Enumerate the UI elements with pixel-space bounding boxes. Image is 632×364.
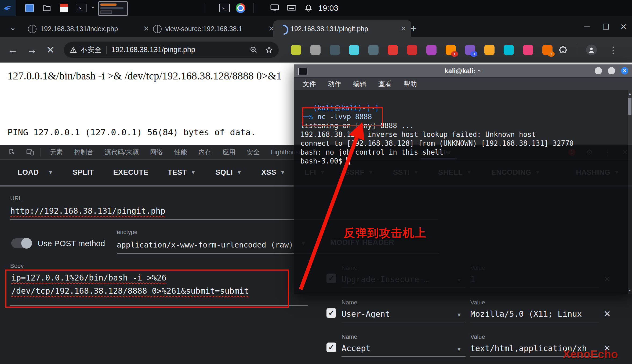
- taskbar-terminal-button[interactable]: >_: [75, 2, 88, 14]
- browser-menu-icon[interactable]: ⋮: [609, 45, 618, 55]
- tab-close-icon[interactable]: ✕: [400, 24, 406, 33]
- back-button[interactable]: ←: [8, 44, 18, 56]
- tab-search-chevron-icon[interactable]: ⌄: [7, 21, 19, 33]
- chrome-shortcut[interactable]: [234, 2, 247, 14]
- extension-icon[interactable]: [407, 45, 417, 55]
- notification-bell-icon[interactable]: [304, 4, 313, 13]
- extension-icon[interactable]: [349, 45, 359, 55]
- header-name-field[interactable]: User-Agent: [342, 309, 466, 322]
- url-text[interactable]: 192.168.38.131/pingit.php: [111, 46, 195, 54]
- extension-icon[interactable]: [368, 45, 379, 55]
- terminal-shortcut[interactable]: >_: [218, 2, 231, 14]
- extension-icon[interactable]: [426, 45, 437, 55]
- inspect-element-icon[interactable]: [7, 148, 18, 156]
- extension-icon[interactable]: [523, 45, 533, 55]
- tab-title: 192.168.38.131/pingit.php: [290, 25, 397, 33]
- terminal-menu-edit[interactable]: 编辑: [353, 79, 366, 88]
- warning-triangle-icon: [69, 46, 77, 54]
- caret-down-icon[interactable]: ▼: [456, 312, 462, 318]
- devtools-tab-memory[interactable]: 内存: [193, 145, 217, 159]
- terminal-maximize-button[interactable]: [608, 67, 615, 74]
- terminal-app-icon: [298, 68, 307, 75]
- devtools-tab-security[interactable]: 安全: [241, 145, 265, 159]
- hackbar-menu-load[interactable]: LOAD: [18, 168, 39, 177]
- kali-menu-button[interactable]: [0, 0, 16, 16]
- scrollbar-thumb[interactable]: [628, 98, 631, 115]
- devtools-tab-network[interactable]: 网络: [144, 145, 169, 159]
- terminal-output-line: connect to [192.168.38.128] from (UNKNOW…: [300, 139, 632, 148]
- header-checkbox[interactable]: ✓: [326, 308, 336, 318]
- profile-avatar[interactable]: [586, 45, 597, 55]
- keyboard-layout-icon[interactable]: [287, 4, 296, 13]
- stop-button[interactable]: ✕: [46, 44, 55, 56]
- extension-icon[interactable]: 1: [542, 45, 553, 55]
- scroll-up-icon[interactable]: ▲: [628, 92, 632, 96]
- devtools-tab-performance[interactable]: 性能: [169, 145, 193, 159]
- extension-badge: 3: [470, 51, 477, 57]
- hackbar-menu-execute[interactable]: EXECUTE: [113, 168, 148, 177]
- shell-prompt: bash-3.00$: [300, 157, 343, 165]
- extension-badge: 1: [548, 51, 555, 57]
- terminal-menu-actions[interactable]: 动作: [328, 79, 341, 88]
- new-tab-button[interactable]: +: [410, 23, 416, 35]
- annotation-box-body: [5, 270, 289, 308]
- caret-down-icon[interactable]: ▼: [456, 346, 462, 352]
- tab-index-php[interactable]: 192.168.38.131/index.php ✕: [23, 20, 154, 37]
- extension-icon[interactable]: 1: [446, 45, 456, 55]
- bookmark-star-icon[interactable]: [265, 46, 273, 54]
- terminal-menu-file[interactable]: 文件: [303, 79, 316, 88]
- hackbar-menu-xss[interactable]: XSS▼: [261, 168, 285, 177]
- taskbar-editor-button[interactable]: [57, 2, 70, 14]
- header-value-field[interactable]: Mozilla/5.0 (X11; Linux: [470, 309, 599, 322]
- terminal-minimize-button[interactable]: [595, 67, 602, 74]
- devtools-tab-sources[interactable]: 源代码/来源: [99, 145, 144, 159]
- taskbar-app-window-button[interactable]: [23, 2, 36, 14]
- forward-button[interactable]: →: [27, 44, 37, 56]
- header-checkbox[interactable]: ✓: [326, 343, 336, 352]
- tab-pingit-php[interactable]: 192.168.38.131/pingit.php ✕: [273, 20, 411, 37]
- extension-icon[interactable]: 3: [465, 45, 475, 55]
- zoom-icon[interactable]: [250, 46, 258, 54]
- window-close-button[interactable]: ✕: [620, 22, 627, 31]
- address-bar[interactable]: 不安全 192.168.38.131/pingit.php: [64, 42, 279, 58]
- thumbnail-content: [100, 3, 117, 6]
- device-toolbar-icon[interactable]: [25, 148, 35, 156]
- extension-icon[interactable]: [388, 45, 398, 55]
- terminal-menu-view[interactable]: 查看: [378, 79, 392, 88]
- header-name-label: Name: [342, 299, 357, 306]
- taskbar-files-button[interactable]: [40, 2, 53, 14]
- caret-down-icon: ▼: [280, 169, 285, 176]
- devtools-tab-elements[interactable]: 元素: [44, 145, 68, 159]
- terminal-close-button[interactable]: ✕: [621, 67, 628, 74]
- caret-down-icon: ▼: [237, 169, 242, 176]
- scroll-down-icon[interactable]: ▼: [628, 289, 632, 292]
- hackbar-menu-test[interactable]: TEST▼: [168, 168, 196, 177]
- blue-window-icon: [25, 4, 34, 12]
- hackbar-menu-split[interactable]: SPLIT: [73, 168, 94, 177]
- extension-icon[interactable]: [504, 45, 514, 55]
- terminal-scrollbar[interactable]: ▲ ▼: [628, 90, 632, 294]
- caret-down-icon[interactable]: ▼: [48, 169, 53, 176]
- terminal-icon: >_: [219, 4, 230, 12]
- devtools-tab-console[interactable]: 控制台: [68, 145, 99, 159]
- chevron-down-icon[interactable]: ⌄: [90, 2, 96, 10]
- extension-icon[interactable]: [484, 45, 495, 55]
- extension-icon[interactable]: [291, 45, 301, 55]
- extension-icon[interactable]: [310, 45, 321, 55]
- active-window-thumbnail[interactable]: [98, 1, 128, 16]
- window-maximize-button[interactable]: ☐: [602, 22, 609, 31]
- devtools-tab-application[interactable]: 应用: [217, 145, 241, 159]
- extensions-puzzle-icon[interactable]: [559, 45, 569, 55]
- security-label[interactable]: 不安全: [81, 45, 101, 54]
- tab-view-source[interactable]: view-source:192.168.38.1 ✕: [148, 20, 279, 37]
- window-minimize-button[interactable]: ─: [584, 22, 590, 31]
- extension-icon[interactable]: [330, 45, 340, 55]
- terminal-menu-help[interactable]: 帮助: [404, 79, 417, 88]
- hackbar-menu-sqli[interactable]: SQLI▼: [215, 168, 242, 177]
- terminal-window[interactable]: kali@kali: ~ ✕ 文件 动作 编辑 查看 帮助 ┌──(kali㉿k…: [294, 64, 632, 294]
- display-settings-icon[interactable]: [270, 4, 279, 13]
- terminal-title-bar[interactable]: kali@kali: ~ ✕: [294, 64, 632, 78]
- remove-header-icon[interactable]: ✕: [604, 309, 611, 319]
- header-name-field[interactable]: Accept: [342, 344, 466, 357]
- post-method-toggle[interactable]: [11, 238, 32, 248]
